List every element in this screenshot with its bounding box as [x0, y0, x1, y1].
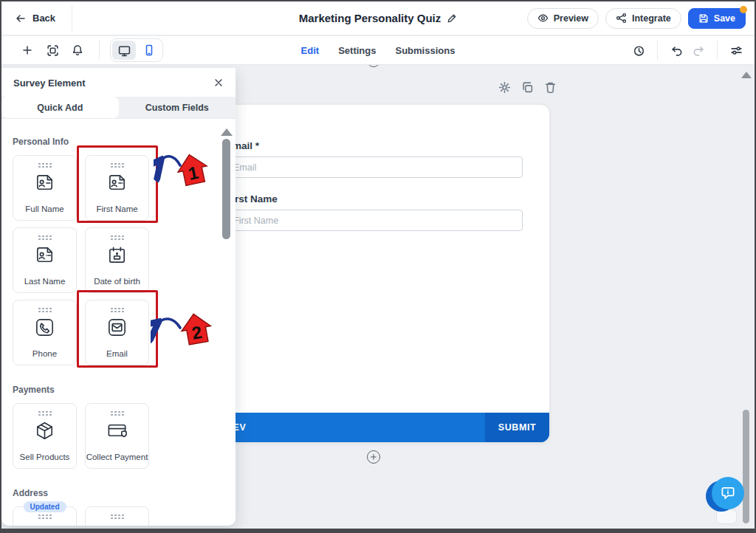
mobile-view-toggle[interactable]	[137, 41, 161, 60]
element-duplicate-button[interactable]	[520, 80, 534, 94]
tab-settings[interactable]: Settings	[338, 45, 376, 56]
drag-handle-icon[interactable]	[38, 235, 52, 240]
flow-settings-button[interactable]	[725, 40, 747, 61]
element-card-email[interactable]: Email	[85, 300, 149, 365]
drag-handle-icon[interactable]	[38, 410, 52, 416]
drag-handle-icon[interactable]	[38, 514, 52, 519]
integrate-button[interactable]: Integrate	[605, 8, 681, 29]
drag-handle-icon[interactable]	[110, 307, 125, 312]
element-card-last-name[interactable]: Last Name	[13, 227, 77, 293]
chat-widget-circle	[712, 477, 744, 509]
email-field-block[interactable]: Email *	[226, 140, 523, 178]
add-element-below-button[interactable]	[367, 450, 380, 464]
email-field-label: Email *	[226, 140, 523, 151]
element-card-address-2[interactable]	[85, 506, 149, 526]
id-card-icon	[33, 171, 56, 194]
id-card-icon	[33, 244, 56, 266]
drag-handle-icon[interactable]	[110, 410, 125, 416]
page-title: Marketing Personality Quiz	[299, 12, 441, 24]
toolbar-left-group	[16, 38, 163, 62]
toolbar-divider	[99, 41, 100, 60]
drag-handle-icon[interactable]	[38, 307, 52, 312]
arrow-left-icon	[15, 13, 27, 24]
undo-button[interactable]	[665, 40, 687, 61]
add-element-button[interactable]	[16, 40, 38, 61]
panel-scrollbar-thumb[interactable]	[222, 139, 230, 239]
form-fields: Email * First Name	[208, 105, 549, 231]
edit-pencil-icon[interactable]	[447, 13, 457, 24]
previous-add-button-partial	[367, 65, 380, 67]
chat-bubble-icon	[719, 484, 737, 502]
element-card-label: First Name	[96, 204, 137, 213]
drag-handle-icon[interactable]	[38, 162, 52, 168]
canvas-scroll-up-arrow[interactable]	[741, 72, 752, 78]
first-name-field-input[interactable]	[226, 210, 523, 231]
panel-body: Personal Info Full Name First Name Last …	[1, 137, 236, 526]
trash-icon	[544, 81, 557, 94]
save-label: Save	[714, 13, 735, 24]
plus-icon	[370, 453, 377, 461]
back-button[interactable]: Back	[15, 13, 55, 24]
toolbar-right-group	[628, 40, 747, 61]
redo-button[interactable]	[687, 40, 709, 61]
submit-button[interactable]: SUBMIT	[485, 413, 549, 442]
first-name-field-label: First Name	[226, 193, 523, 204]
history-icon	[633, 44, 645, 57]
tab-custom-fields[interactable]: Custom Fields	[119, 97, 236, 118]
panel-title: Survey Element	[13, 78, 86, 89]
tab-submissions[interactable]: Submissions	[395, 45, 455, 56]
bell-icon	[72, 44, 83, 56]
monitor-icon	[118, 44, 131, 57]
eye-icon	[537, 13, 549, 24]
plus-icon	[21, 44, 33, 56]
payments-cards: Sell Products Collect Payment	[13, 403, 224, 469]
panel-scroll-up-arrow[interactable]	[221, 128, 233, 136]
element-card-full-name[interactable]: Full Name	[13, 155, 77, 221]
editor-toolbar: Edit Settings Submissions	[1, 36, 755, 65]
save-icon	[698, 13, 709, 24]
preview-button[interactable]: Preview	[527, 8, 599, 29]
desktop-view-toggle[interactable]	[112, 41, 136, 60]
topbar-actions: Preview Integrate Save	[527, 8, 746, 29]
redo-icon	[693, 44, 705, 57]
id-card-icon	[106, 171, 128, 194]
updated-badge: Updated	[24, 501, 66, 512]
gear-icon	[498, 81, 511, 94]
panel-header: Survey Element	[1, 68, 236, 95]
package-icon	[33, 419, 56, 442]
panel-tabs: Quick Add Custom Fields	[1, 97, 236, 119]
toolbar-divider	[657, 41, 658, 60]
app-window: Back Marketing Personality Quiz Preview …	[0, 0, 756, 533]
element-settings-button[interactable]	[498, 80, 511, 94]
preview-label: Preview	[554, 13, 588, 24]
element-card-first-name[interactable]: First Name	[85, 155, 149, 221]
save-button[interactable]: Save	[688, 8, 746, 29]
drag-handle-icon[interactable]	[110, 162, 125, 168]
first-name-field-block[interactable]: First Name	[226, 193, 523, 231]
tab-quick-add[interactable]: Quick Add	[1, 97, 119, 118]
element-card-sell-products[interactable]: Sell Products	[13, 403, 77, 469]
undo-icon	[670, 44, 683, 57]
duplicate-icon	[521, 81, 534, 94]
email-field-input[interactable]	[226, 157, 523, 178]
chat-widget-button[interactable]	[703, 474, 747, 518]
flow-icon	[730, 44, 743, 57]
close-icon	[213, 78, 224, 88]
history-button[interactable]	[628, 40, 650, 61]
element-card-address-1[interactable]: Updated	[13, 506, 77, 526]
tab-edit[interactable]: Edit	[301, 45, 320, 56]
back-label: Back	[32, 13, 55, 24]
personal-info-cards: Full Name First Name Last Name Date of b…	[13, 155, 224, 365]
panel-close-button[interactable]	[210, 75, 227, 91]
element-delete-button[interactable]	[543, 80, 557, 94]
element-card-collect-payment[interactable]: Collect Payment	[85, 403, 149, 469]
drag-handle-icon[interactable]	[110, 514, 125, 519]
toolbar-divider	[717, 41, 718, 60]
address-cards: Updated	[13, 506, 224, 526]
drag-handle-icon[interactable]	[110, 235, 125, 240]
element-actions	[498, 80, 557, 94]
element-card-date-of-birth[interactable]: Date of birth	[85, 227, 149, 293]
notifications-button[interactable]	[66, 40, 89, 61]
group-select-button[interactable]	[41, 40, 63, 61]
element-card-phone[interactable]: Sell Products Phone	[13, 300, 77, 365]
